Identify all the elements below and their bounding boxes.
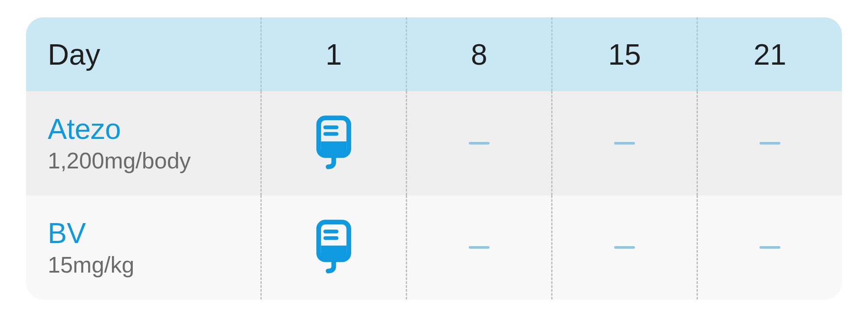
- drug-dose: 1,200mg/body: [48, 148, 191, 173]
- no-dose-dash: [760, 142, 780, 145]
- schedule-cell: [551, 195, 697, 300]
- drug-label-cell: Atezo 1,200mg/body: [26, 91, 260, 195]
- header-label: Day: [48, 37, 100, 71]
- header-day: 15: [608, 37, 641, 71]
- no-dose-dash: [469, 246, 490, 249]
- schedule-cell: [697, 195, 842, 300]
- header-day: 21: [753, 37, 786, 71]
- table-row: Atezo 1,200mg/body: [26, 91, 842, 195]
- no-dose-dash: [614, 142, 635, 145]
- drug-block: BV 15mg/kg: [48, 217, 134, 277]
- header-day: 1: [326, 37, 342, 71]
- no-dose-dash: [614, 246, 635, 249]
- header-label-cell: Day: [26, 17, 260, 91]
- iv-bag-icon: [310, 218, 358, 276]
- no-dose-dash: [760, 246, 780, 249]
- schedule-cell: [697, 91, 842, 195]
- schedule-cell: [260, 91, 406, 195]
- header-day-cell: 8: [406, 17, 551, 91]
- schedule-table-container: Day 1 8 15 21 Atezo 1,200mg/body: [0, 0, 868, 316]
- table-row: BV 15mg/kg: [26, 195, 842, 300]
- schedule-cell: [551, 91, 697, 195]
- drug-dose: 15mg/kg: [48, 253, 134, 277]
- schedule-cell: [260, 195, 406, 300]
- header-day-cell: 21: [697, 17, 842, 91]
- schedule-table: Day 1 8 15 21 Atezo 1,200mg/body: [26, 17, 842, 300]
- drug-label-cell: BV 15mg/kg: [26, 195, 260, 300]
- header-row: Day 1 8 15 21: [26, 17, 842, 91]
- schedule-cell: [406, 195, 551, 300]
- drug-name: BV: [48, 217, 134, 249]
- header-day-cell: 15: [551, 17, 697, 91]
- drug-block: Atezo 1,200mg/body: [48, 113, 191, 173]
- iv-bag-icon: [310, 114, 358, 172]
- header-day: 8: [471, 37, 487, 71]
- no-dose-dash: [469, 142, 490, 145]
- schedule-cell: [406, 91, 551, 195]
- drug-name: Atezo: [48, 113, 191, 145]
- header-day-cell: 1: [260, 17, 406, 91]
